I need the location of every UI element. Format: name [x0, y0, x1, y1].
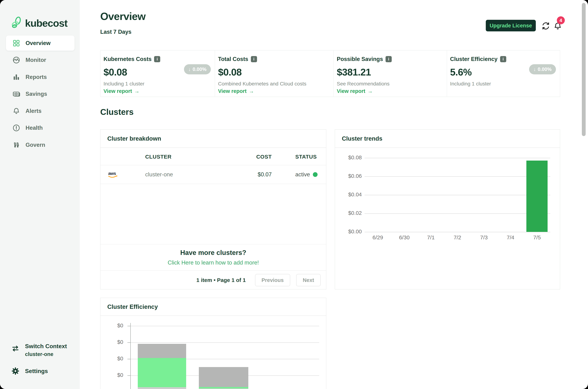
status-label: active — [295, 171, 310, 178]
sidebar-item-govern[interactable]: Govern — [6, 137, 75, 152]
card-header: Cluster breakdown — [100, 130, 326, 148]
y-axis-tick-label: $0.02 — [335, 210, 362, 216]
pagination-info: 1 item • Page 1 of 1 — [196, 277, 246, 283]
bar-chart-icon — [12, 73, 21, 81]
arrow-down-icon: ↓ — [188, 66, 191, 72]
svg-text:aws: aws — [108, 171, 116, 176]
view-report-link[interactable]: View report → — [337, 88, 373, 94]
stat-value: $0.08 — [218, 66, 334, 78]
current-context: cluster-one — [25, 351, 67, 357]
barrier-icon — [12, 141, 21, 149]
sidebar-item-overview[interactable]: Overview — [6, 35, 75, 51]
switch-context[interactable]: Switch Context cluster-one — [11, 343, 67, 357]
gridline — [364, 158, 550, 158]
stat-subtext: Including 1 cluster — [104, 81, 144, 87]
stat-title: Total Costs — [218, 56, 248, 63]
table-row[interactable]: aws cluster-one $0.07 active — [100, 165, 326, 184]
alert-circle-icon — [12, 124, 21, 132]
view-report-label: View report — [218, 88, 247, 94]
sidebar-item-alerts[interactable]: Alerts — [6, 103, 75, 119]
scrollbar-thumb[interactable] — [582, 3, 586, 136]
x-axis-tick-label: 7/3 — [471, 234, 497, 241]
view-report-link[interactable]: View report → — [218, 88, 254, 94]
delta-value: 0.00% — [193, 66, 206, 72]
y-axis-tick — [127, 375, 130, 376]
cluster-breakdown-card: Cluster breakdown CLUSTER COST STATUS aw… — [100, 129, 326, 289]
x-axis-tick-label: 7/5 — [524, 234, 550, 241]
kubecost-logo[interactable]: kubecost — [11, 17, 67, 29]
gridline — [364, 176, 550, 177]
gridline — [130, 342, 319, 343]
stat-card-cluster-efficiency: Cluster Efficiency i 5.6% ↓ 0.00% Includ… — [447, 50, 560, 97]
x-axis-tick-label: 6/29 — [364, 234, 391, 241]
next-page-button[interactable]: Next — [296, 274, 321, 286]
view-report-link[interactable]: View report → — [104, 88, 140, 94]
gridline — [130, 326, 319, 326]
cluster-status: active — [295, 171, 318, 178]
sidebar-item-savings[interactable]: Savings — [6, 86, 75, 101]
view-report-label: View report — [337, 88, 365, 94]
previous-page-button[interactable]: Previous — [255, 274, 290, 286]
x-axis-tick-label: 6/30 — [391, 234, 418, 241]
sidebar-item-label: Reports — [26, 74, 47, 80]
banknote-icon — [12, 90, 21, 98]
view-report-label: View report — [104, 88, 132, 94]
efficiency-bar-segment — [199, 367, 248, 387]
card-title: Cluster Efficiency — [107, 303, 158, 310]
table-footer: 1 item • Page 1 of 1 Previous Next — [100, 270, 326, 290]
info-icon[interactable]: i — [500, 56, 506, 62]
swap-arrows-icon — [11, 344, 20, 353]
sidebar-item-health[interactable]: Health — [6, 120, 75, 135]
sidebar-item-label: Overview — [26, 40, 51, 46]
settings-button[interactable]: Settings — [11, 367, 48, 375]
stat-title: Possible Savings — [337, 56, 383, 63]
arrow-right-icon: → — [134, 88, 140, 94]
sidebar-item-monitor[interactable]: Monitor — [6, 52, 75, 67]
add-clusters-link[interactable]: Click Here to learn how to add more! — [168, 259, 259, 266]
sidebar-item-reports[interactable]: Reports — [6, 69, 75, 85]
efficiency-bar-segment — [138, 344, 186, 358]
sidebar: kubecost Overview Monitor — [0, 0, 80, 389]
efficiency-bar-segment — [138, 387, 186, 389]
info-icon[interactable]: i — [386, 56, 392, 62]
upgrade-license-button[interactable]: Upgrade License — [486, 20, 536, 32]
x-axis-tick-label: 7/1 — [418, 234, 444, 241]
stat-cards: Kubernetes Costs i $0.08 ↓ 0.00% Includi… — [100, 50, 560, 97]
y-axis-tick-label: $0 — [100, 372, 123, 378]
pulse-icon — [12, 56, 21, 64]
stat-subtext: Combined Kubernetes and Cloud costs — [218, 81, 306, 87]
grid-icon — [12, 39, 21, 47]
arrow-down-icon: ↓ — [533, 66, 536, 72]
column-cluster: CLUSTER — [145, 154, 171, 160]
y-axis-tick-label: $0.00 — [335, 228, 362, 235]
cluster-trends-plot: $0.00$0.02$0.04$0.06$0.086/296/307/17/27… — [335, 148, 560, 289]
y-axis-line — [130, 323, 131, 389]
delta-badge: ↓ 0.00% — [529, 64, 556, 74]
refresh-icon[interactable] — [541, 21, 550, 31]
info-icon[interactable]: i — [154, 56, 160, 62]
gridline — [364, 195, 550, 195]
y-axis-tick-label: $0.06 — [335, 173, 362, 179]
column-cost: COST — [250, 154, 272, 160]
cluster-trends-card: Cluster trends $0.00$0.02$0.04$0.06$0.08… — [335, 129, 560, 289]
gridline — [364, 213, 550, 214]
y-axis-tick — [127, 326, 130, 326]
y-axis-tick-label: $0.08 — [335, 154, 362, 161]
aws-logo: aws — [107, 170, 119, 180]
y-axis-tick — [127, 359, 130, 359]
stat-title: Cluster Efficiency — [450, 56, 498, 63]
notification-count-badge[interactable]: 4 — [557, 16, 565, 24]
stat-subtext: See Recommendations — [337, 81, 390, 87]
clusters-heading: Clusters — [100, 107, 134, 117]
info-icon[interactable]: i — [251, 56, 257, 62]
y-axis-tick-label: $0 — [100, 323, 123, 328]
card-header: Cluster Efficiency — [100, 298, 326, 316]
app-window: kubecost Overview Monitor — [0, 0, 588, 389]
arrow-right-icon: → — [249, 88, 254, 94]
settings-label: Settings — [25, 368, 48, 374]
sidebar-item-label: Savings — [26, 91, 47, 97]
status-active-dot — [313, 172, 318, 177]
column-status: STATUS — [295, 154, 317, 160]
more-clusters-prompt: Have more clusters? Click Here to learn … — [100, 244, 326, 270]
switch-context-label: Switch Context — [25, 343, 67, 349]
